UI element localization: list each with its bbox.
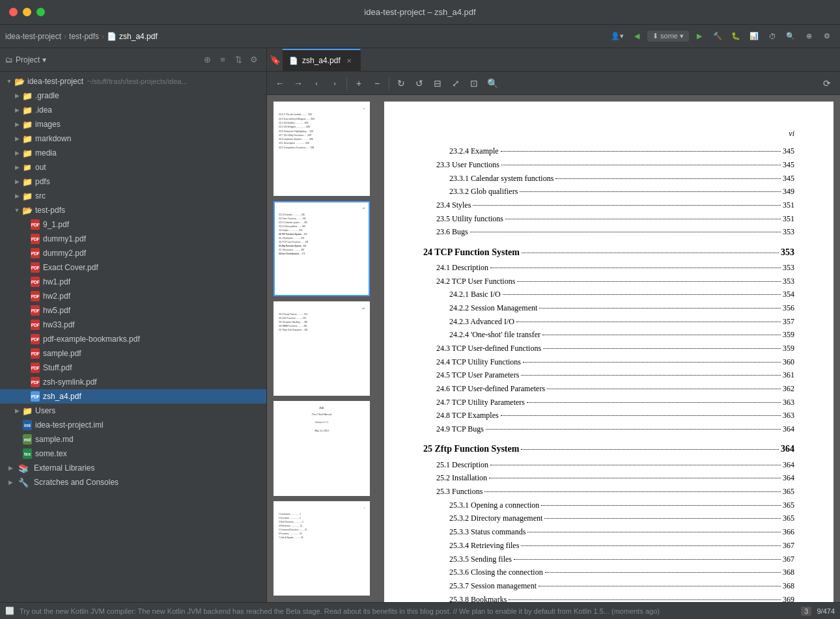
breadcrumb-file[interactable]: zsh_a4.pdf — [119, 32, 158, 41]
pdf-fit-btn[interactable]: ⊡ — [466, 76, 482, 91]
pdf-remove-btn[interactable]: − — [369, 76, 385, 91]
pdf-page-next-btn[interactable]: › — [327, 76, 343, 91]
tree-item-pdfbookmarkspdf[interactable]: PDF pdf-example-bookmarks.pdf — [0, 332, 266, 346]
tree-item-external-libraries[interactable]: 📚 External Libraries — [0, 461, 266, 475]
toc-entry: 23.4 Styles351 — [423, 199, 794, 212]
tree-item-stuffpdf[interactable]: PDF Stuff.pdf — [0, 361, 266, 375]
tree-item-pdfs[interactable]: pdfs — [0, 174, 266, 189]
tree-item-sometex[interactable]: tex some.tex — [0, 447, 266, 461]
toc-entry: 24.5 TCP User Parameters361 — [423, 369, 794, 381]
expand-root — [5, 77, 13, 85]
minimize-button[interactable] — [23, 8, 31, 16]
tree-item-root[interactable]: idea-test-project ~/stuff/trash/test-pro… — [0, 74, 266, 89]
tree-item-src[interactable]: src — [0, 189, 266, 203]
close-button[interactable] — [9, 8, 18, 16]
pdf-thumb-5[interactable]: i 1 Introduction ............... 1 2 Inv… — [273, 501, 370, 596]
sidebar-dropdown-icon[interactable]: ▾ — [42, 55, 46, 64]
tree-item-zshsymlink[interactable]: PDF zsh-symlink.pdf — [0, 375, 266, 389]
debug-btn[interactable]: 🐛 — [728, 29, 744, 44]
pdfbookmarkspdf-name: pdf-example-bookmarks.pdf — [43, 335, 140, 344]
build-btn[interactable]: 🔨 — [710, 29, 725, 44]
sidebar-sort-btn[interactable]: ⇅ — [231, 53, 245, 67]
vcs-btn[interactable]: ⬇ some ▾ — [647, 31, 689, 42]
toc-entry: 24.2.4 'One-shot' file transfer359 — [423, 329, 794, 341]
run-back-btn[interactable]: ◀ — [629, 29, 645, 44]
settings-btn[interactable]: ⚙ — [819, 29, 835, 44]
pdf-search-btn[interactable]: 🔍 — [484, 76, 500, 91]
tree-item-hw5pdf[interactable]: PDF hw5.pdf — [0, 303, 266, 318]
sidebar-collapse-btn[interactable]: ≡ — [216, 53, 230, 67]
pdf-nav-fwd-btn[interactable]: → — [290, 76, 306, 91]
pdf-refresh-btn[interactable]: ↻ — [393, 76, 409, 91]
tree-item-exactcoverpdf[interactable]: PDF Exact Cover.pdf — [0, 260, 266, 275]
pdf-reset-btn[interactable]: ↺ — [412, 76, 427, 91]
tree-item-hw33pdf[interactable]: PDF hw33.pdf — [0, 318, 266, 332]
tree-item-markdown[interactable]: markdown — [0, 131, 266, 146]
tab-zsha4pdf[interactable]: 📄 zsh_a4.pdf ✕ — [283, 49, 361, 71]
tree-item-iml[interactable]: iml idea-test-project.iml — [0, 418, 266, 432]
pdf-add-btn[interactable]: + — [351, 76, 367, 91]
tree-item-out[interactable]: 📁 out — [0, 160, 266, 174]
sidebar-settings-btn[interactable]: ⚙ — [247, 53, 261, 67]
expand-idea — [13, 106, 21, 114]
pdf-fullscreen-btn[interactable]: ⤢ — [448, 76, 464, 91]
tree-item-users[interactable]: Users — [0, 404, 266, 418]
toc-entry: 24.7 TCP Utility Parameters363 — [423, 396, 794, 409]
pdf-thumb-1[interactable]: v 22.2.1 The zle module ......... 302 22… — [273, 102, 370, 196]
exactcoverpdf-icon: PDF — [30, 262, 40, 273]
status-right: 3 9/474 — [801, 607, 835, 616]
pdf-split-btn[interactable]: ⊟ — [430, 76, 445, 91]
tree-item-images[interactable]: images — [0, 117, 266, 131]
tree-item-hw2pdf[interactable]: PDF hw2.pdf — [0, 289, 266, 303]
bookmark-tab-btn[interactable]: 🔖 — [267, 49, 283, 71]
samplepdf-icon: PDF — [30, 348, 40, 359]
status-warning-text[interactable]: Try out the new Kotlin JVM compiler: The… — [20, 607, 660, 615]
breadcrumb-project[interactable]: idea-test-project — [5, 32, 61, 41]
pdfbookmarkspdf-icon: PDF — [30, 334, 40, 344]
media-name: media — [35, 148, 57, 158]
tree-item-dummy1pdf[interactable]: PDF dummy1.pdf — [0, 232, 266, 246]
pdf-thumb-2[interactable]: vi 23.2.4 Example ............... 345 23… — [273, 201, 370, 296]
breadcrumb-folder[interactable]: test-pdfs — [69, 32, 99, 41]
users-name: Users — [35, 406, 55, 415]
status-page-count: 3 — [801, 607, 811, 616]
tree-item-zsha4pdf[interactable]: PDF zsh_a4.pdf — [0, 389, 266, 404]
tree-item-media[interactable]: media — [0, 146, 266, 160]
tree-item-samplepdf[interactable]: PDF sample.pdf — [0, 346, 266, 361]
profile-btn[interactable]: ⏱ — [764, 29, 780, 44]
tree-item-gradle[interactable]: .gradle — [0, 89, 266, 103]
pdf-content[interactable]: v 22.2.1 The zle module ......... 302 22… — [267, 95, 840, 602]
toc-entry: 24.1 Description353 — [423, 262, 794, 274]
maximize-button[interactable] — [36, 8, 45, 16]
user-icon-btn[interactable]: 👤▾ — [608, 29, 626, 44]
page-info: 9/474 — [817, 607, 835, 615]
expand-users — [13, 407, 21, 415]
tree-item-9_1pdf[interactable]: PDF 9_1.pdf — [0, 217, 266, 232]
toc-entry: 23.3 User Functions345 — [423, 159, 794, 171]
tree-item-scratches[interactable]: 🔧 Scratches and Consoles — [0, 475, 266, 489]
dummy1pdf-name: dummy1.pdf — [43, 234, 86, 243]
tree-item-samplemd[interactable]: md sample.md — [0, 432, 266, 447]
tree-item-idea[interactable]: .idea — [0, 103, 266, 117]
tab-close-btn[interactable]: ✕ — [344, 56, 354, 65]
root-path: ~/stuff/trash/test-projects/idea... — [87, 77, 188, 85]
expand-pdfs — [13, 178, 21, 186]
tree-item-hw1pdf[interactable]: PDF hw1.pdf — [0, 275, 266, 289]
iml-icon: iml — [22, 420, 33, 430]
pdf-page-prev-btn[interactable]: ‹ — [309, 76, 324, 91]
pdf-main-page: vi 23.2.4 Example34523.3 User Functions3… — [384, 102, 833, 602]
coverage-btn[interactable]: 📊 — [746, 29, 762, 44]
pdf-thumb-3-inner: vii 26.3 Prompt Themes ........... 374 2… — [275, 303, 369, 394]
tree-item-dummy2pdf[interactable]: PDF dummy2.pdf — [0, 246, 266, 260]
media-folder-icon — [22, 148, 33, 158]
pdf-tool-right: ⟳ — [819, 76, 835, 91]
tree-item-test-pdfs[interactable]: test-pdfs — [0, 203, 266, 217]
run-btn[interactable]: ▶ — [692, 29, 707, 44]
search-toolbar-btn[interactable]: 🔍 — [783, 29, 798, 44]
pdf-thumb-3[interactable]: vii 26.3 Prompt Themes ........... 374 2… — [273, 301, 370, 396]
sidebar-locate-btn[interactable]: ⊕ — [200, 53, 214, 67]
pdf-settings-right-btn[interactable]: ⟳ — [819, 76, 835, 91]
add-btn[interactable]: ⊕ — [801, 29, 817, 44]
pdf-nav-back-btn[interactable]: ← — [272, 76, 288, 91]
pdf-thumb-4[interactable]: Zsh The Z Shell Manual Version 5.7.1 May… — [273, 401, 370, 495]
